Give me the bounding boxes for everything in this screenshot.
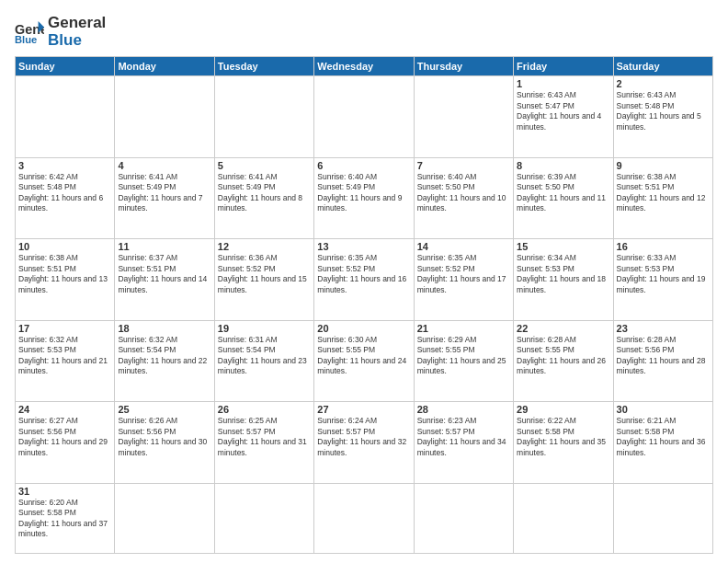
- calendar-cell: 10Sunrise: 6:38 AMSunset: 5:51 PMDayligh…: [16, 239, 115, 320]
- calendar-cell: 23Sunrise: 6:28 AMSunset: 5:56 PMDayligh…: [613, 320, 712, 401]
- cell-info: Sunrise: 6:38 AMSunset: 5:51 PMDaylight:…: [18, 253, 111, 295]
- calendar-cell: [414, 76, 513, 157]
- day-number: 29: [517, 404, 609, 415]
- day-number: 27: [317, 404, 410, 415]
- calendar-cell: [314, 76, 414, 157]
- calendar-header-sunday: Sunday: [16, 57, 115, 76]
- calendar-cell: [115, 483, 214, 553]
- cell-info: Sunrise: 6:32 AMSunset: 5:53 PMDaylight:…: [18, 335, 111, 377]
- cell-info: Sunrise: 6:32 AMSunset: 5:54 PMDaylight:…: [118, 335, 210, 377]
- calendar-header-monday: Monday: [115, 57, 214, 76]
- cell-info: Sunrise: 6:21 AMSunset: 5:58 PMDaylight:…: [617, 416, 710, 458]
- day-number: 25: [118, 404, 210, 415]
- cell-info: Sunrise: 6:36 AMSunset: 5:52 PMDaylight:…: [218, 253, 311, 295]
- cell-info: Sunrise: 6:28 AMSunset: 5:56 PMDaylight:…: [617, 335, 710, 377]
- day-number: 18: [118, 323, 210, 334]
- calendar-week-row: 31Sunrise: 6:20 AMSunset: 5:58 PMDayligh…: [16, 483, 713, 553]
- calendar-cell: 24Sunrise: 6:27 AMSunset: 5:56 PMDayligh…: [16, 402, 115, 483]
- logo-icon: General Blue: [15, 19, 44, 45]
- calendar-cell: 18Sunrise: 6:32 AMSunset: 5:54 PMDayligh…: [115, 320, 214, 401]
- calendar-week-row: 24Sunrise: 6:27 AMSunset: 5:56 PMDayligh…: [16, 402, 713, 483]
- cell-info: Sunrise: 6:28 AMSunset: 5:55 PMDaylight:…: [517, 335, 609, 377]
- day-number: 20: [317, 323, 410, 334]
- day-number: 19: [218, 323, 311, 334]
- cell-info: Sunrise: 6:25 AMSunset: 5:57 PMDaylight:…: [218, 416, 311, 458]
- cell-info: Sunrise: 6:43 AMSunset: 5:48 PMDaylight:…: [617, 90, 710, 132]
- day-number: 6: [317, 160, 410, 171]
- day-number: 5: [218, 160, 311, 171]
- day-number: 11: [118, 241, 210, 252]
- day-number: 1: [517, 78, 609, 89]
- day-number: 21: [417, 323, 510, 334]
- day-number: 24: [18, 404, 111, 415]
- calendar-cell: 8Sunrise: 6:39 AMSunset: 5:50 PMDaylight…: [514, 157, 613, 238]
- calendar-week-row: 1Sunrise: 6:43 AMSunset: 5:47 PMDaylight…: [16, 76, 713, 157]
- logo-general: General: [48, 15, 106, 32]
- calendar-cell: 22Sunrise: 6:28 AMSunset: 5:55 PMDayligh…: [514, 320, 613, 401]
- calendar-cell: 3Sunrise: 6:42 AMSunset: 5:48 PMDaylight…: [16, 157, 115, 238]
- cell-info: Sunrise: 6:43 AMSunset: 5:47 PMDaylight:…: [517, 90, 609, 132]
- day-number: 28: [417, 404, 510, 415]
- day-number: 31: [18, 486, 111, 497]
- calendar-header-wednesday: Wednesday: [314, 57, 414, 76]
- day-number: 17: [18, 323, 111, 334]
- calendar-cell: [613, 483, 712, 553]
- day-number: 12: [218, 241, 311, 252]
- cell-info: Sunrise: 6:33 AMSunset: 5:53 PMDaylight:…: [617, 253, 710, 295]
- calendar-cell: 2Sunrise: 6:43 AMSunset: 5:48 PMDaylight…: [613, 76, 712, 157]
- cell-info: Sunrise: 6:40 AMSunset: 5:50 PMDaylight:…: [417, 172, 510, 214]
- calendar-cell: 20Sunrise: 6:30 AMSunset: 5:55 PMDayligh…: [314, 320, 414, 401]
- calendar-cell: 7Sunrise: 6:40 AMSunset: 5:50 PMDaylight…: [414, 157, 513, 238]
- cell-info: Sunrise: 6:41 AMSunset: 5:49 PMDaylight:…: [118, 172, 210, 214]
- calendar-cell: 16Sunrise: 6:33 AMSunset: 5:53 PMDayligh…: [613, 239, 712, 320]
- calendar-cell: 1Sunrise: 6:43 AMSunset: 5:47 PMDaylight…: [514, 76, 613, 157]
- calendar-cell: 30Sunrise: 6:21 AMSunset: 5:58 PMDayligh…: [613, 402, 712, 483]
- cell-info: Sunrise: 6:31 AMSunset: 5:54 PMDaylight:…: [218, 335, 311, 377]
- cell-info: Sunrise: 6:23 AMSunset: 5:57 PMDaylight:…: [417, 416, 510, 458]
- calendar-header-thursday: Thursday: [414, 57, 513, 76]
- calendar-cell: 28Sunrise: 6:23 AMSunset: 5:57 PMDayligh…: [414, 402, 513, 483]
- cell-info: Sunrise: 6:40 AMSunset: 5:49 PMDaylight:…: [317, 172, 410, 214]
- calendar-cell: 19Sunrise: 6:31 AMSunset: 5:54 PMDayligh…: [214, 320, 313, 401]
- day-number: 8: [517, 160, 609, 171]
- calendar-cell: 27Sunrise: 6:24 AMSunset: 5:57 PMDayligh…: [314, 402, 414, 483]
- calendar-table: SundayMondayTuesdayWednesdayThursdayFrid…: [15, 56, 713, 554]
- calendar-cell: 17Sunrise: 6:32 AMSunset: 5:53 PMDayligh…: [16, 320, 115, 401]
- logo-blue: Blue: [48, 32, 106, 50]
- calendar-cell: 9Sunrise: 6:38 AMSunset: 5:51 PMDaylight…: [613, 157, 712, 238]
- day-number: 4: [118, 160, 210, 171]
- calendar-header-row: SundayMondayTuesdayWednesdayThursdayFrid…: [16, 57, 713, 76]
- calendar-cell: 25Sunrise: 6:26 AMSunset: 5:56 PMDayligh…: [115, 402, 214, 483]
- calendar-cell: 13Sunrise: 6:35 AMSunset: 5:52 PMDayligh…: [314, 239, 414, 320]
- cell-info: Sunrise: 6:37 AMSunset: 5:51 PMDaylight:…: [118, 253, 210, 295]
- calendar-cell: [16, 76, 115, 157]
- cell-info: Sunrise: 6:42 AMSunset: 5:48 PMDaylight:…: [18, 172, 111, 214]
- day-number: 10: [18, 241, 111, 252]
- day-number: 3: [18, 160, 111, 171]
- cell-info: Sunrise: 6:27 AMSunset: 5:56 PMDaylight:…: [18, 416, 111, 458]
- calendar-cell: 4Sunrise: 6:41 AMSunset: 5:49 PMDaylight…: [115, 157, 214, 238]
- calendar-cell: 26Sunrise: 6:25 AMSunset: 5:57 PMDayligh…: [214, 402, 313, 483]
- calendar-cell: 5Sunrise: 6:41 AMSunset: 5:49 PMDaylight…: [214, 157, 313, 238]
- calendar-cell: [514, 483, 613, 553]
- calendar-cell: 6Sunrise: 6:40 AMSunset: 5:49 PMDaylight…: [314, 157, 414, 238]
- day-number: 13: [317, 241, 410, 252]
- calendar-cell: 14Sunrise: 6:35 AMSunset: 5:52 PMDayligh…: [414, 239, 513, 320]
- calendar-header-tuesday: Tuesday: [214, 57, 313, 76]
- calendar-cell: 12Sunrise: 6:36 AMSunset: 5:52 PMDayligh…: [214, 239, 313, 320]
- calendar-week-row: 10Sunrise: 6:38 AMSunset: 5:51 PMDayligh…: [16, 239, 713, 320]
- cell-info: Sunrise: 6:39 AMSunset: 5:50 PMDaylight:…: [517, 172, 609, 214]
- cell-info: Sunrise: 6:35 AMSunset: 5:52 PMDaylight:…: [317, 253, 410, 295]
- day-number: 22: [517, 323, 609, 334]
- cell-info: Sunrise: 6:24 AMSunset: 5:57 PMDaylight:…: [317, 416, 410, 458]
- cell-info: Sunrise: 6:30 AMSunset: 5:55 PMDaylight:…: [317, 335, 410, 377]
- cell-info: Sunrise: 6:34 AMSunset: 5:53 PMDaylight:…: [517, 253, 609, 295]
- calendar-cell: 21Sunrise: 6:29 AMSunset: 5:55 PMDayligh…: [414, 320, 513, 401]
- day-number: 7: [417, 160, 510, 171]
- calendar-cell: [314, 483, 414, 553]
- cell-info: Sunrise: 6:22 AMSunset: 5:58 PMDaylight:…: [517, 416, 609, 458]
- calendar-header-friday: Friday: [514, 57, 613, 76]
- page: General Blue General Blue SundayMondayTu…: [0, 0, 728, 563]
- header: General Blue General Blue: [15, 15, 713, 49]
- day-number: 9: [617, 160, 710, 171]
